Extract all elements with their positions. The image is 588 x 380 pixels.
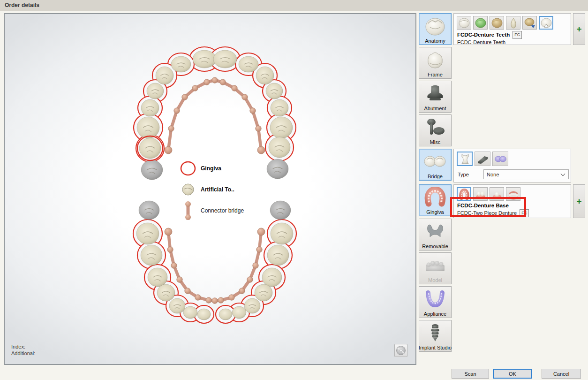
tooth-artificial[interactable] bbox=[213, 50, 237, 68]
crown-gold-icon[interactable] bbox=[490, 16, 504, 30]
connector-joint[interactable] bbox=[168, 126, 174, 131]
plus-icon: + bbox=[576, 196, 581, 206]
implant-screw-icon bbox=[419, 320, 451, 345]
tooth-artificial[interactable] bbox=[232, 306, 246, 319]
connector-joint[interactable] bbox=[212, 77, 218, 83]
connector-joint[interactable] bbox=[165, 228, 172, 236]
connector-joint[interactable] bbox=[256, 126, 261, 131]
sintered-bar-icon[interactable] bbox=[475, 152, 490, 166]
tooth-artificial[interactable] bbox=[271, 99, 288, 116]
tooth-artificial[interactable] bbox=[148, 268, 167, 287]
crown-dropdown-icon[interactable] bbox=[522, 16, 537, 30]
gingiva-icon[interactable] bbox=[490, 187, 504, 201]
connector-joint[interactable] bbox=[182, 94, 188, 100]
legend-row-gingiva: Gingiva bbox=[180, 160, 283, 176]
connector-joint[interactable] bbox=[257, 146, 265, 154]
tooth-artificial[interactable] bbox=[193, 50, 216, 68]
add-anatomy-button[interactable]: + bbox=[573, 13, 585, 45]
category-gingiva[interactable]: Gingiva bbox=[419, 184, 452, 216]
connector-joint[interactable] bbox=[232, 85, 237, 91]
tooth-artificial[interactable] bbox=[219, 309, 232, 320]
additional-label: Additional: bbox=[11, 350, 35, 357]
tooth-artificial[interactable] bbox=[157, 284, 175, 301]
ok-button[interactable]: OK bbox=[493, 369, 532, 379]
connector-icon[interactable] bbox=[457, 152, 473, 166]
category-removable[interactable]: Removable bbox=[419, 219, 452, 251]
connector-joint[interactable] bbox=[185, 288, 190, 294]
gingiva-teeth-icon[interactable] bbox=[473, 187, 488, 201]
connector-joint[interactable] bbox=[165, 146, 172, 154]
ok-button-label: OK bbox=[509, 371, 516, 377]
tooth-artificial[interactable] bbox=[137, 117, 159, 138]
tooth-artificial[interactable] bbox=[266, 83, 283, 99]
tooth-artificial[interactable] bbox=[255, 284, 272, 301]
category-label: Appliance bbox=[424, 311, 446, 317]
category-abutment[interactable]: Abutment bbox=[419, 81, 452, 113]
bridge-panel: Type None bbox=[453, 149, 571, 182]
connector-joint[interactable] bbox=[192, 85, 198, 91]
tooth-artificial[interactable] bbox=[136, 223, 159, 244]
connector-joint[interactable] bbox=[204, 79, 210, 85]
denture-base-icon[interactable] bbox=[457, 187, 471, 201]
cd-disc-button[interactable] bbox=[394, 344, 407, 357]
tooth-artificial[interactable] bbox=[169, 298, 185, 313]
connector-joint[interactable] bbox=[242, 94, 248, 100]
tooth-artificial[interactable] bbox=[256, 67, 274, 84]
category-implant-studio[interactable]: Implant Studio bbox=[419, 320, 452, 352]
category-label: Removable bbox=[422, 243, 448, 249]
tooth-artificial[interactable] bbox=[271, 223, 293, 244]
tooth-artificial[interactable] bbox=[183, 306, 197, 319]
category-misc[interactable]: Misc bbox=[419, 114, 452, 146]
category-frame[interactable]: Frame bbox=[419, 47, 452, 79]
tooth-artificial[interactable] bbox=[267, 245, 289, 266]
crown-green-icon[interactable] bbox=[473, 16, 488, 30]
tooth-artificial[interactable] bbox=[139, 138, 161, 159]
connector-joint[interactable] bbox=[229, 295, 234, 300]
connector-joint[interactable] bbox=[195, 295, 201, 300]
connector-joint[interactable] bbox=[218, 297, 224, 303]
category-label: Model bbox=[428, 277, 442, 283]
category-anatomy[interactable]: Anatomy bbox=[419, 13, 452, 45]
connector-joint[interactable] bbox=[167, 247, 173, 252]
connector-joint[interactable] bbox=[177, 277, 182, 282]
tooth-neighbor[interactable] bbox=[139, 201, 159, 220]
category-bridge[interactable]: Bridge bbox=[419, 149, 452, 181]
gingiva-outline-icon bbox=[180, 160, 196, 176]
crown-white-icon[interactable] bbox=[457, 16, 471, 30]
connector-joint[interactable] bbox=[212, 298, 218, 304]
connector-bridge-icon bbox=[180, 201, 196, 220]
tooth-artificial[interactable] bbox=[197, 309, 211, 320]
tooth-artificial[interactable] bbox=[270, 117, 293, 138]
connector-joint[interactable] bbox=[174, 108, 180, 114]
scan-button[interactable]: Scan bbox=[452, 369, 489, 379]
tooth-artificial[interactable] bbox=[147, 83, 164, 99]
connector-joint[interactable] bbox=[250, 108, 256, 114]
category-label: Frame bbox=[428, 72, 443, 77]
connector-joint[interactable] bbox=[257, 228, 265, 236]
tooth-artificial[interactable] bbox=[171, 56, 191, 72]
connector-joint[interactable] bbox=[220, 79, 226, 85]
connector-joint[interactable] bbox=[253, 263, 258, 268]
full-denture-icon[interactable] bbox=[506, 187, 520, 201]
connector-joint[interactable] bbox=[247, 277, 253, 282]
cancel-button[interactable]: Cancel bbox=[542, 369, 581, 379]
connector-joint[interactable] bbox=[206, 297, 211, 303]
bridge-type-dropdown[interactable]: None bbox=[483, 169, 569, 179]
tooth-artificial[interactable] bbox=[269, 137, 290, 158]
tooth-artificial[interactable] bbox=[239, 56, 258, 72]
tooth-artificial[interactable] bbox=[262, 268, 282, 287]
category-appliance[interactable]: Appliance bbox=[419, 286, 452, 318]
connector-joint[interactable] bbox=[171, 263, 177, 268]
tooth-neighbor[interactable] bbox=[141, 160, 163, 180]
connector-joint[interactable] bbox=[239, 288, 245, 294]
tooth-artificial[interactable] bbox=[141, 245, 162, 266]
anatomic-tooth-icon[interactable] bbox=[506, 16, 520, 30]
add-gingiva-button[interactable]: + bbox=[573, 184, 585, 218]
tooth-artificial[interactable] bbox=[141, 99, 159, 116]
denture-tooth-icon[interactable] bbox=[539, 16, 553, 30]
tooth-artificial[interactable] bbox=[244, 298, 260, 313]
connector-joint[interactable] bbox=[256, 247, 262, 252]
category-label: Anatomy bbox=[425, 38, 445, 44]
double-crown-icon[interactable] bbox=[492, 152, 508, 166]
tooth-artificial[interactable] bbox=[156, 67, 173, 84]
